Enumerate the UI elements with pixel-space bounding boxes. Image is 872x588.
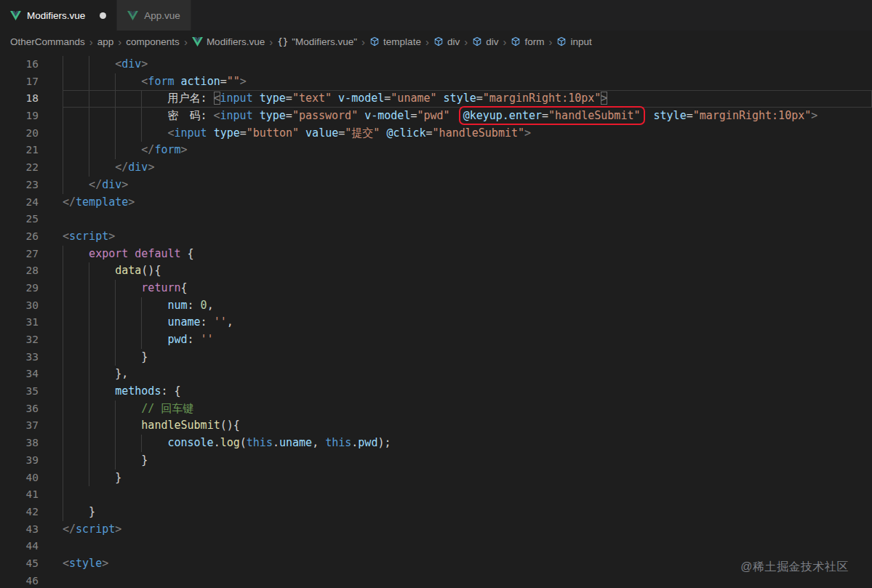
- code-line-38[interactable]: 38console.log(this.uname, this.pwd);: [0, 435, 872, 452]
- line-content[interactable]: }: [63, 452, 148, 470]
- code-line-34[interactable]: 34},: [0, 366, 872, 383]
- code-line-43[interactable]: 43</script>: [0, 521, 872, 539]
- line-content[interactable]: </div>: [63, 159, 154, 177]
- line-number[interactable]: 20: [0, 125, 39, 142]
- code-line-39[interactable]: 39}: [0, 452, 872, 470]
- code-line-17[interactable]: 17<form action="">: [0, 73, 872, 91]
- line-content[interactable]: </script>: [63, 521, 121, 539]
- code-line-24[interactable]: 24</template>: [0, 194, 872, 212]
- breadcrumb-item-form[interactable]: form: [511, 36, 544, 47]
- code-line-44[interactable]: 44: [0, 538, 872, 555]
- code-line-33[interactable]: 33}: [0, 349, 872, 366]
- breadcrumb-item-div[interactable]: div: [433, 36, 460, 47]
- line-content[interactable]: return{: [63, 280, 188, 297]
- line-number[interactable]: 27: [0, 246, 39, 263]
- line-number[interactable]: 45: [0, 555, 39, 573]
- breadcrumb-item-app[interactable]: app: [97, 36, 114, 47]
- line-content[interactable]: <input type="button" value="提交" @click="…: [63, 125, 531, 142]
- code-line-35[interactable]: 35methods: {: [0, 383, 872, 400]
- code-line-22[interactable]: 22</div>: [0, 159, 872, 177]
- line-number[interactable]: 42: [0, 504, 39, 521]
- line-number[interactable]: 24: [0, 194, 39, 212]
- line-content[interactable]: </template>: [63, 194, 135, 212]
- line-number[interactable]: 36: [0, 400, 39, 418]
- line-content[interactable]: 用户名: <input type="text" v-model="uname" …: [63, 90, 607, 108]
- line-content[interactable]: 密 码: <input type="password" v-model="pwd…: [63, 108, 817, 125]
- line-content[interactable]: </div>: [63, 177, 128, 194]
- line-number[interactable]: 46: [0, 573, 39, 588]
- line-number[interactable]: 44: [0, 538, 39, 555]
- line-number[interactable]: 43: [0, 521, 39, 539]
- line-number[interactable]: 38: [0, 435, 39, 452]
- code-line-25[interactable]: 25: [0, 211, 872, 228]
- line-number[interactable]: 22: [0, 159, 39, 177]
- line-number[interactable]: 39: [0, 452, 39, 470]
- line-number[interactable]: 41: [0, 486, 39, 504]
- code-line-21[interactable]: 21</form>: [0, 142, 872, 159]
- breadcrumb-item-othercommands[interactable]: OtherCommands: [10, 36, 85, 47]
- line-number[interactable]: 35: [0, 383, 39, 400]
- code-line-27[interactable]: 27export default {: [0, 246, 872, 263]
- breadcrumb-item-modifiers-vue[interactable]: Modifiers.vue: [192, 36, 265, 47]
- line-number[interactable]: 37: [0, 417, 39, 435]
- code-line-37[interactable]: 37handleSubmit(){: [0, 417, 872, 435]
- line-content[interactable]: }: [63, 349, 148, 366]
- line-content[interactable]: <script>: [63, 228, 115, 246]
- tab-app-vue[interactable]: App.vue: [117, 0, 191, 31]
- line-content[interactable]: pwd: '': [63, 331, 214, 349]
- line-number[interactable]: 29: [0, 280, 39, 297]
- editor[interactable]: 16<div>17<form action="">18用户名: <input t…: [0, 52, 872, 588]
- code-line-18[interactable]: 18用户名: <input type="text" v-model="uname…: [0, 90, 872, 108]
- line-number[interactable]: 19: [0, 108, 39, 125]
- line-number[interactable]: 26: [0, 228, 39, 246]
- line-number[interactable]: 31: [0, 314, 39, 331]
- code-line-26[interactable]: 26<script>: [0, 228, 872, 246]
- line-content[interactable]: },: [63, 366, 128, 383]
- code-line-23[interactable]: 23</div>: [0, 177, 872, 194]
- line-number[interactable]: 17: [0, 73, 39, 91]
- line-number[interactable]: 33: [0, 349, 39, 366]
- line-content[interactable]: handleSubmit(){: [63, 417, 240, 435]
- line-number[interactable]: 28: [0, 262, 39, 280]
- line-content[interactable]: // 回车键: [63, 400, 193, 418]
- line-content[interactable]: }: [63, 470, 121, 487]
- line-number[interactable]: 21: [0, 142, 39, 159]
- line-number[interactable]: 18: [0, 90, 39, 108]
- line-content[interactable]: <div>: [63, 56, 148, 73]
- breadcrumb-item-modifiers-vue[interactable]: {}"Modifiers.vue": [277, 36, 357, 47]
- line-content[interactable]: <form action="">: [63, 73, 247, 91]
- line-number[interactable]: 23: [0, 177, 39, 194]
- code-line-36[interactable]: 36// 回车键: [0, 400, 872, 418]
- line-number[interactable]: 40: [0, 470, 39, 487]
- code-line-40[interactable]: 40}: [0, 470, 872, 487]
- line-content[interactable]: num: 0,: [63, 297, 214, 315]
- line-content[interactable]: <style>: [63, 555, 108, 573]
- line-number[interactable]: 34: [0, 366, 39, 383]
- code-line-32[interactable]: 32pwd: '': [0, 331, 872, 349]
- code-line-29[interactable]: 29return{: [0, 280, 872, 297]
- line-content[interactable]: export default {: [63, 246, 194, 263]
- modified-dot-icon[interactable]: [100, 12, 106, 19]
- line-number[interactable]: 30: [0, 297, 39, 315]
- line-number[interactable]: 16: [0, 56, 39, 73]
- line-content[interactable]: </form>: [63, 142, 188, 159]
- code-line-42[interactable]: 42}: [0, 504, 872, 521]
- breadcrumb-item-div[interactable]: div: [472, 36, 498, 47]
- code-line-19[interactable]: 19密 码: <input type="password" v-model="p…: [0, 108, 872, 125]
- line-number[interactable]: 32: [0, 331, 39, 349]
- code-line-28[interactable]: 28data(){: [0, 262, 872, 280]
- breadcrumb-item-components[interactable]: components: [126, 36, 180, 47]
- line-content[interactable]: uname: '',: [63, 314, 233, 331]
- line-content[interactable]: [63, 486, 89, 504]
- code-line-30[interactable]: 30num: 0,: [0, 297, 872, 315]
- tab-modifiers-vue[interactable]: Modifiers.vue: [0, 0, 117, 31]
- line-content[interactable]: data(){: [63, 262, 161, 280]
- line-content[interactable]: }: [63, 504, 95, 521]
- breadcrumb-item-template[interactable]: template: [369, 36, 421, 47]
- breadcrumb-item-input[interactable]: input: [556, 36, 591, 47]
- code-line-16[interactable]: 16<div>: [0, 56, 872, 73]
- line-content[interactable]: console.log(this.uname, this.pwd);: [63, 435, 391, 452]
- code-line-41[interactable]: 41: [0, 486, 872, 504]
- line-number[interactable]: 25: [0, 211, 39, 228]
- code-line-31[interactable]: 31uname: '',: [0, 314, 872, 331]
